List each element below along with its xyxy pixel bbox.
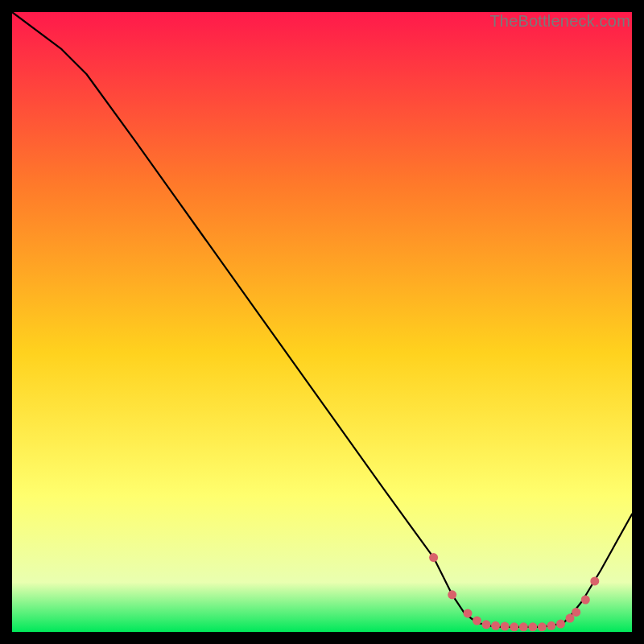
data-dot: [538, 622, 547, 631]
data-dot: [572, 608, 580, 617]
data-dot: [482, 620, 491, 629]
data-dot: [519, 622, 528, 631]
data-dot: [429, 553, 438, 562]
gradient-background: [12, 12, 632, 632]
watermark-text: TheBottleneck.com: [489, 12, 630, 31]
chart-frame: TheBottleneck.com: [12, 12, 632, 632]
data-dot: [473, 617, 481, 625]
data-dot: [547, 621, 555, 630]
data-dot: [528, 622, 537, 631]
data-dot: [448, 590, 456, 599]
data-dot: [590, 576, 599, 585]
data-dot: [581, 596, 590, 605]
data-dot: [491, 621, 500, 630]
bottleneck-chart: [12, 12, 632, 632]
data-dot: [510, 622, 518, 631]
data-dot: [501, 622, 510, 631]
data-dot: [464, 609, 473, 617]
data-dot: [556, 620, 565, 629]
